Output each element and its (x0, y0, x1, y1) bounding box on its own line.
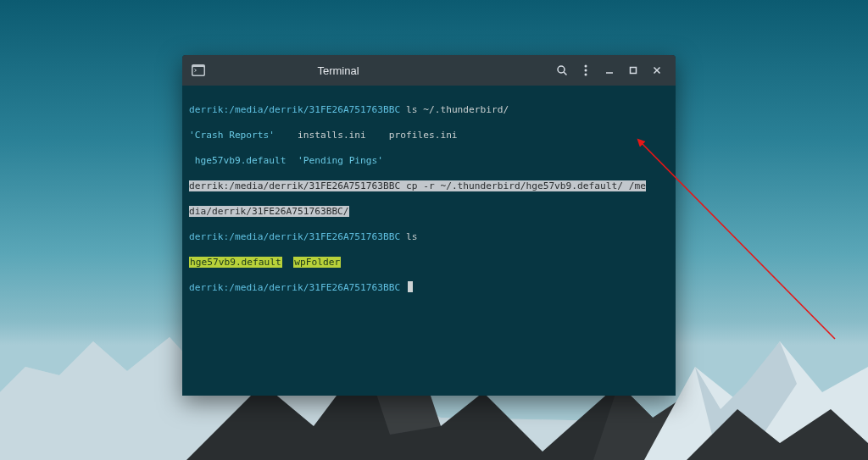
ls-output-dir: wpFolder (293, 257, 341, 268)
ls-output: profiles.ini (389, 130, 458, 141)
svg-rect-8 (631, 68, 637, 74)
ls-output: hge57vb9.default (195, 155, 287, 166)
svg-rect-1 (193, 67, 204, 75)
svg-point-4 (585, 65, 587, 68)
svg-point-5 (585, 69, 587, 72)
maximize-button[interactable] (621, 58, 645, 82)
ls-output: 'Pending Pings' (298, 155, 383, 166)
command-text: dia/derrik/31FE26A751763BBC/ (189, 206, 349, 217)
titlebar: Terminal (182, 55, 676, 86)
svg-point-6 (585, 74, 587, 76)
search-icon[interactable] (550, 58, 574, 82)
command-text: cp -r ~/.thunderbird/hge57vb9.default/ /… (406, 180, 646, 191)
command-text: ls (406, 231, 417, 242)
menu-icon[interactable] (574, 58, 598, 82)
window-title: Terminal (126, 64, 550, 77)
svg-point-2 (558, 66, 565, 73)
close-button[interactable] (645, 58, 669, 82)
prompt-path: /media/derrik/31FE26A751763BBC (229, 104, 400, 115)
ls-output: 'Crash Reports' (189, 130, 275, 141)
prompt-user: derrik (189, 104, 223, 115)
command-text: ls ~/.thunderbird/ (406, 104, 509, 115)
terminal-output[interactable]: derrik:/media/derrik/31FE26A751763BBC ls… (182, 86, 676, 396)
terminal-cursor (408, 281, 413, 292)
terminal-window: Terminal derrik:/media/derrik/31FE26A751… (182, 55, 676, 396)
ls-output-dir: hge57vb9.default (189, 257, 282, 268)
terminal-app-icon (191, 63, 206, 78)
minimize-button[interactable] (598, 58, 621, 82)
ls-output: installs.ini (298, 130, 366, 141)
desktop-background: Terminal derrik:/media/derrik/31FE26A751… (0, 0, 868, 460)
svg-line-3 (564, 72, 567, 75)
